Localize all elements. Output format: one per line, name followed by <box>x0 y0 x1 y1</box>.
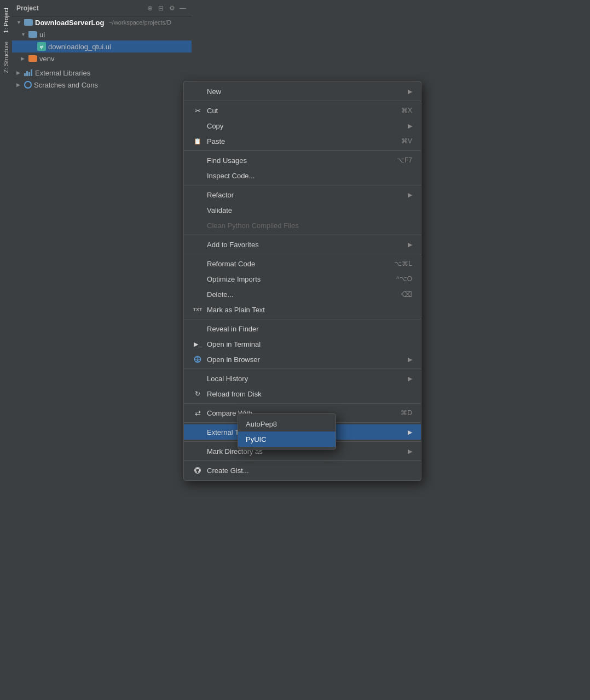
menu-item-delete[interactable]: Delete... ⌫ <box>184 287 421 302</box>
menu-item-optimize-imports-label: Optimize Imports <box>207 275 392 283</box>
menu-item-open-terminal[interactable]: ▶_ Open in Terminal <box>184 336 421 352</box>
local-history-arrow: ▶ <box>408 375 412 382</box>
menu-item-paste[interactable]: 📋 Paste ⌘V <box>184 133 421 149</box>
bar-chart-icon <box>24 69 33 76</box>
cut-shortcut: ⌘X <box>401 107 412 114</box>
ext-libs-label: External Libraries <box>35 69 90 77</box>
tree-scratches[interactable]: ▶ Scratches and Cons <box>12 79 192 91</box>
separator-5 <box>184 254 421 254</box>
browser-icon <box>193 355 203 363</box>
menu-item-refactor[interactable]: Refactor ▶ <box>184 187 421 202</box>
menu-item-delete-label: Delete... <box>207 290 397 299</box>
menu-item-add-favorites[interactable]: Add to Favorites ▶ <box>184 237 421 252</box>
menu-item-reveal-finder-label: Reveal in Finder <box>207 325 412 333</box>
separator-7 <box>184 369 421 369</box>
layout-icon[interactable]: ⊟ <box>157 4 165 13</box>
menu-item-new[interactable]: New ▶ <box>184 84 421 99</box>
terminal-icon: ▶_ <box>193 341 203 348</box>
menu-item-new-label: New <box>207 88 403 96</box>
separator-8 <box>184 403 421 404</box>
menu-item-reveal-finder[interactable]: Reveal in Finder <box>184 321 421 336</box>
menu-item-validate[interactable]: Validate <box>184 202 421 218</box>
ui-arrow: ▼ <box>21 32 26 37</box>
menu-item-mark-plain-text-label: Mark as Plain Text <box>207 306 412 314</box>
globe-icon <box>24 81 32 89</box>
menu-item-open-browser[interactable]: Open in Browser ▶ <box>184 352 421 367</box>
menu-item-cut-label: Cut <box>207 107 397 115</box>
mark-dir-arrow: ▶ <box>408 448 412 455</box>
menu-item-copy[interactable]: Copy ▶ <box>184 118 421 133</box>
menu-item-clean-python-label: Clean Python Compiled Files <box>207 221 412 230</box>
menu-item-add-favorites-label: Add to Favorites <box>207 241 403 249</box>
menu-item-paste-label: Paste <box>207 137 397 145</box>
minimize-icon[interactable]: — <box>178 4 187 13</box>
new-arrow: ▶ <box>408 88 412 95</box>
tree-external-libs[interactable]: ▶ External Libraries <box>12 67 192 79</box>
root-folder-icon <box>24 19 33 26</box>
scratches-arrow: ▶ <box>16 82 22 88</box>
root-folder-label: DownloadServerLog <box>35 19 104 27</box>
pyuic-label: PyUIC <box>246 435 267 444</box>
menu-item-refactor-label: Refactor <box>207 191 403 199</box>
paste-icon: 📋 <box>193 138 203 145</box>
venv-folder-label: venv <box>39 55 54 63</box>
venv-folder-icon <box>28 55 37 62</box>
submenu-item-autopep8[interactable]: AutoPep8 <box>238 416 336 431</box>
menu-item-copy-label: Copy <box>207 122 403 130</box>
favorites-arrow: ▶ <box>408 241 412 248</box>
project-title: Project <box>16 4 143 12</box>
menu-item-inspect-code[interactable]: Inspect Code... <box>184 168 421 183</box>
compare-shortcut: ⌘D <box>401 409 412 417</box>
reformat-shortcut: ⌥⌘L <box>394 260 412 267</box>
left-tabs: 1: Project Z: Structure <box>0 0 12 700</box>
menu-item-find-usages-label: Find Usages <box>207 156 392 165</box>
tab-project[interactable]: 1: Project <box>2 4 10 36</box>
menu-item-cut[interactable]: ✂ Cut ⌘X <box>184 103 421 118</box>
external-tools-submenu: AutoPep8 PyUIC <box>238 413 336 450</box>
menu-item-local-history-label: Local History <box>207 375 403 383</box>
menu-item-open-browser-label: Open in Browser <box>207 355 403 364</box>
menu-item-mark-plain-text[interactable]: TXT Mark as Plain Text <box>184 302 421 317</box>
menu-item-optimize-imports[interactable]: Optimize Imports ^⌥O <box>184 271 421 287</box>
ui-folder-icon <box>28 31 37 38</box>
separator-6 <box>184 319 421 319</box>
tree-ui-folder[interactable]: ▼ ui <box>12 28 192 40</box>
ui-file-icon: qt <box>37 42 46 51</box>
project-header: Project ⊕ ⊟ ⚙ — <box>12 0 192 16</box>
menu-item-create-gist[interactable]: Create Gist... <box>184 463 421 478</box>
menu-item-reload-disk-label: Reload from Disk <box>207 390 412 398</box>
github-icon <box>193 466 203 474</box>
submenu-item-pyuic[interactable]: PyUIC <box>238 431 336 447</box>
menu-item-create-gist-label: Create Gist... <box>207 466 412 475</box>
ui-folder-label: ui <box>39 31 45 39</box>
copy-arrow: ▶ <box>408 122 412 130</box>
paste-shortcut: ⌘V <box>401 137 412 145</box>
plain-text-icon: TXT <box>193 307 203 312</box>
add-icon[interactable]: ⊕ <box>146 4 154 13</box>
separator-2 <box>184 150 421 151</box>
menu-item-validate-label: Validate <box>207 206 412 214</box>
venv-arrow: ▶ <box>21 56 26 61</box>
menu-item-open-terminal-label: Open in Terminal <box>207 340 412 348</box>
menu-item-reformat-code-label: Reformat Code <box>207 260 390 268</box>
tab-structure[interactable]: Z: Structure <box>2 38 10 76</box>
settings-icon[interactable]: ⚙ <box>167 4 176 13</box>
menu-item-clean-python: Clean Python Compiled Files <box>184 218 421 233</box>
menu-item-local-history[interactable]: Local History ▶ <box>184 371 421 386</box>
menu-item-reload-disk[interactable]: ↻ Reload from Disk <box>184 386 421 401</box>
external-tools-arrow: ▶ <box>408 429 412 436</box>
autopep8-label: AutoPep8 <box>246 420 277 428</box>
menu-item-find-usages[interactable]: Find Usages ⌥F7 <box>184 153 421 168</box>
root-arrow: ▼ <box>16 20 22 25</box>
find-usages-shortcut: ⌥F7 <box>397 156 412 164</box>
menu-item-reformat-code[interactable]: Reformat Code ⌥⌘L <box>184 256 421 271</box>
ext-libs-arrow: ▶ <box>16 70 22 75</box>
tree-venv-folder[interactable]: ▶ venv <box>12 52 192 65</box>
root-folder-subtitle: ~/workspace/projects/D <box>108 19 171 26</box>
separator-1 <box>184 101 421 101</box>
tree-ui-file[interactable]: qt downloadlog_qtui.ui <box>12 40 192 52</box>
browser-arrow: ▶ <box>408 356 412 363</box>
separator-3 <box>184 185 421 185</box>
tree-root-folder[interactable]: ▼ DownloadServerLog ~/workspace/projects… <box>12 16 192 28</box>
scratches-label: Scratches and Cons <box>34 81 98 89</box>
